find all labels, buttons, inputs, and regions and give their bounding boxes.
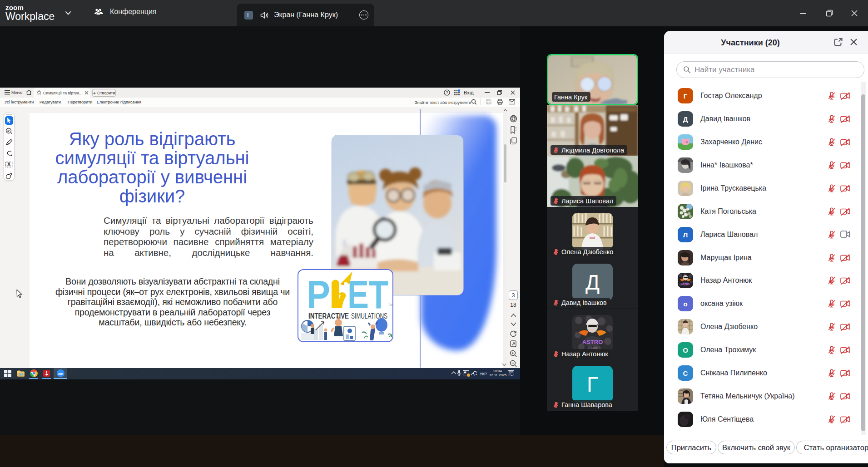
svg-text:A: A bbox=[7, 162, 10, 167]
svg-text:zm: zm bbox=[58, 372, 63, 376]
svg-text:ET: ET bbox=[347, 272, 388, 317]
svg-text:P: P bbox=[307, 272, 330, 317]
svg-text:ASTRO: ASTRO bbox=[582, 339, 603, 345]
svg-text:TM: TM bbox=[388, 303, 392, 307]
svg-text:ASTRO: ASTRO bbox=[681, 283, 690, 285]
svg-text:INTERACTIVE: INTERACTIVE bbox=[308, 312, 349, 320]
svg-text:?: ? bbox=[446, 90, 448, 95]
